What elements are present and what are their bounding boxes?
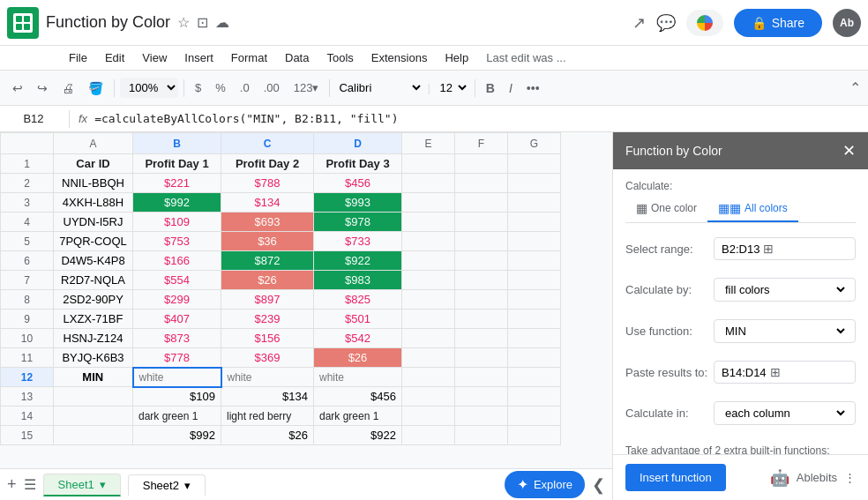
cell-b11[interactable]: $778 — [133, 348, 221, 368]
cell-f7[interactable] — [455, 271, 508, 290]
menu-dots-icon[interactable]: ⋮ — [844, 471, 856, 484]
cell-g4[interactable] — [508, 213, 561, 232]
col-header-d[interactable]: D — [314, 133, 402, 154]
cell-f3[interactable] — [455, 193, 508, 213]
cell-e5[interactable] — [402, 232, 455, 251]
collapse-toolbar-button[interactable]: ⌃ — [849, 79, 861, 96]
cell-a3[interactable]: 4XKH-L88H — [54, 193, 133, 213]
cell-f8[interactable] — [455, 290, 508, 310]
cell-a5[interactable]: 7PQR-COQL — [54, 232, 133, 251]
cell-e1[interactable] — [402, 154, 455, 174]
menu-help[interactable]: Help — [438, 49, 475, 67]
font-size-select[interactable]: 12 — [434, 80, 469, 95]
cloud-icon[interactable]: ☁ — [215, 14, 229, 31]
user-avatar[interactable]: Ab — [833, 9, 861, 37]
menu-tools[interactable]: Tools — [319, 49, 360, 67]
currency-button[interactable]: $ — [190, 78, 206, 97]
cell-b14[interactable]: dark green 1 — [133, 407, 221, 426]
cell-f1[interactable] — [455, 154, 508, 174]
cell-a7[interactable]: R2D7-NQLA — [54, 271, 133, 290]
italic-button[interactable]: I — [504, 78, 518, 99]
cell-b2[interactable]: $221 — [133, 174, 221, 193]
col-header-b[interactable]: B — [133, 133, 221, 154]
cell-f9[interactable] — [455, 310, 508, 329]
cell-reference-input[interactable] — [7, 110, 60, 127]
paste-results-field[interactable]: B14:D14 ⊞ — [714, 361, 856, 384]
row-header-15[interactable]: 15 — [1, 426, 54, 445]
cell-e12[interactable] — [402, 368, 455, 387]
zoom-select[interactable]: 100% — [120, 78, 178, 98]
grid-container[interactable]: A B C D E F G 1 Car ID Profit Day 1 — [0, 132, 612, 468]
calculate-in-select[interactable]: each column each row — [722, 406, 848, 421]
explore-button[interactable]: ✦ Explore — [505, 471, 585, 498]
menu-file[interactable]: File — [62, 49, 94, 67]
cell-b9[interactable]: $407 — [133, 310, 221, 329]
share-button[interactable]: 🔒 Ablebits Share — [734, 9, 822, 37]
cell-c1[interactable]: Profit Day 2 — [221, 154, 314, 174]
paste-grid-icon[interactable]: ⊞ — [770, 365, 781, 379]
cell-g13[interactable] — [508, 387, 561, 407]
menu-view[interactable]: View — [135, 49, 174, 67]
cell-c14[interactable]: light red berry — [221, 407, 314, 426]
sheet-tab-sheet2[interactable]: Sheet2 ▾ — [128, 474, 206, 496]
cell-c3[interactable]: $134 — [221, 193, 314, 213]
cell-g2[interactable] — [508, 174, 561, 193]
cell-b4[interactable]: $109 — [133, 213, 221, 232]
increase-decimal-button[interactable]: .00 — [258, 78, 285, 97]
cell-f10[interactable] — [455, 329, 508, 348]
cell-c4[interactable]: $693 — [221, 213, 314, 232]
menu-data[interactable]: Data — [278, 49, 316, 67]
cell-c7[interactable]: $26 — [221, 271, 314, 290]
cell-a4[interactable]: UYDN-I5RJ — [54, 213, 133, 232]
row-header-2[interactable]: 2 — [1, 174, 54, 193]
cell-c12[interactable]: white — [221, 368, 314, 387]
col-header-f[interactable]: F — [455, 133, 508, 154]
cell-f2[interactable] — [455, 174, 508, 193]
insert-function-button[interactable]: Insert function — [625, 464, 726, 491]
cell-d12[interactable]: white — [314, 368, 402, 387]
add-sheet-button[interactable]: + — [7, 475, 17, 494]
cell-c2[interactable]: $788 — [221, 174, 314, 193]
cell-b15[interactable]: $992 — [133, 426, 221, 445]
cell-c9[interactable]: $239 — [221, 310, 314, 329]
cell-a1[interactable]: Car ID — [54, 154, 133, 174]
cell-g5[interactable] — [508, 232, 561, 251]
cell-e9[interactable] — [402, 310, 455, 329]
paint-format-button[interactable]: 🪣 — [83, 78, 108, 99]
col-header-g[interactable]: G — [508, 133, 561, 154]
cell-a13[interactable] — [54, 387, 133, 407]
col-header-e[interactable]: E — [402, 133, 455, 154]
cell-d15[interactable]: $922 — [314, 426, 402, 445]
cell-g7[interactable] — [508, 271, 561, 290]
cell-e8[interactable] — [402, 290, 455, 310]
cell-c5[interactable]: $36 — [221, 232, 314, 251]
formula-input[interactable] — [94, 112, 861, 125]
cell-c13[interactable]: $134 — [221, 387, 314, 407]
cell-d7[interactable]: $983 — [314, 271, 402, 290]
cell-d8[interactable]: $825 — [314, 290, 402, 310]
undo-button[interactable]: ↩ — [7, 78, 28, 99]
cell-d11[interactable]: $26 — [314, 348, 402, 368]
cell-e13[interactable] — [402, 387, 455, 407]
row-header-8[interactable]: 8 — [1, 290, 54, 310]
range-grid-icon[interactable]: ⊞ — [763, 242, 774, 256]
menu-insert[interactable]: Insert — [177, 49, 221, 67]
cell-b1[interactable]: Profit Day 1 — [133, 154, 221, 174]
cell-g8[interactable] — [508, 290, 561, 310]
row-header-14[interactable]: 14 — [1, 407, 54, 426]
cell-d2[interactable]: $456 — [314, 174, 402, 193]
calculate-by-select[interactable]: fill colors font colors — [722, 282, 848, 297]
print-button[interactable]: 🖨 — [56, 78, 79, 99]
row-header-12[interactable]: 12 — [1, 368, 54, 387]
col-header-c[interactable]: C — [221, 133, 314, 154]
cell-c6[interactable]: $872 — [221, 251, 314, 271]
cell-d1[interactable]: Profit Day 3 — [314, 154, 402, 174]
use-function-select[interactable]: MIN MAX SUM COUNT — [722, 324, 848, 339]
decrease-decimal-button[interactable]: .0 — [235, 78, 255, 97]
cell-g12[interactable] — [508, 368, 561, 387]
percent-button[interactable]: % — [210, 78, 231, 97]
format-number-button[interactable]: 123▾ — [288, 78, 325, 97]
row-header-6[interactable]: 6 — [1, 251, 54, 271]
row-header-7[interactable]: 7 — [1, 271, 54, 290]
row-header-3[interactable]: 3 — [1, 193, 54, 213]
